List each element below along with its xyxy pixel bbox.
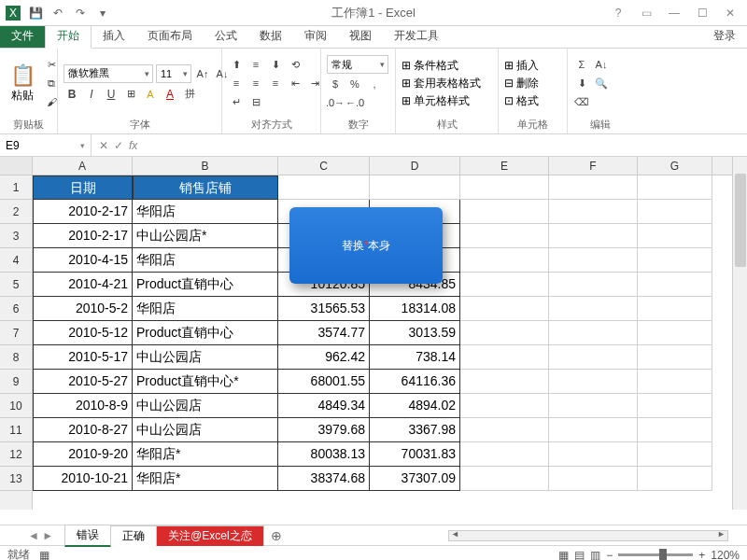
align-bottom-icon[interactable]: ⬇ xyxy=(267,56,284,73)
cell[interactable] xyxy=(638,248,712,273)
currency-icon[interactable]: $ xyxy=(327,76,344,92)
cell[interactable] xyxy=(549,224,638,248)
header-cell[interactable] xyxy=(278,175,370,200)
percent-icon[interactable]: % xyxy=(346,76,363,92)
comma-icon[interactable]: , xyxy=(366,76,383,92)
data-cell[interactable]: Product直销中心* xyxy=(133,370,278,394)
tab-home[interactable]: 开始 xyxy=(45,23,92,49)
format-cells-button[interactable]: ⊡格式 xyxy=(504,93,539,109)
status-rec-icon[interactable]: ▦ xyxy=(39,549,49,561)
cell[interactable] xyxy=(460,467,549,491)
cell[interactable] xyxy=(638,200,712,224)
row-header-13[interactable]: 13 xyxy=(0,467,32,491)
row-header-6[interactable]: 6 xyxy=(0,297,32,321)
minimize-icon[interactable]: — xyxy=(661,4,687,22)
font-color-button[interactable]: A xyxy=(162,86,178,103)
paste-button[interactable]: 📋粘贴 xyxy=(6,50,39,116)
insert-cells-button[interactable]: ⊞插入 xyxy=(504,58,539,74)
tab-dev[interactable]: 开发工具 xyxy=(383,24,450,48)
data-cell[interactable]: 38374.68 xyxy=(278,467,370,491)
data-cell[interactable]: 2010-5-2 xyxy=(33,297,133,321)
data-cell[interactable]: 2010-8-9 xyxy=(33,394,133,418)
table-format-button[interactable]: ⊞套用表格格式 xyxy=(402,76,481,91)
header-cell[interactable] xyxy=(370,175,460,200)
data-cell[interactable]: 2010-5-27 xyxy=(33,370,133,394)
align-right-icon[interactable]: ≡ xyxy=(267,75,284,91)
inc-decimal-icon[interactable]: .0→ xyxy=(327,94,344,111)
cell[interactable] xyxy=(460,200,549,224)
row-header-11[interactable]: 11 xyxy=(0,418,32,442)
cell[interactable] xyxy=(460,175,549,200)
cell[interactable] xyxy=(460,224,549,248)
orientation-icon[interactable]: ⟲ xyxy=(287,56,303,73)
tab-formula[interactable]: 公式 xyxy=(204,24,248,48)
new-sheet-button[interactable]: ⊕ xyxy=(263,528,289,543)
align-left-icon[interactable]: ≡ xyxy=(228,75,245,91)
indent-dec-icon[interactable]: ⇤ xyxy=(287,75,303,91)
data-cell[interactable]: 70031.83 xyxy=(370,442,460,467)
phonetic-icon[interactable]: 拼 xyxy=(181,86,198,103)
zoom-out-icon[interactable]: − xyxy=(606,549,613,561)
view-pagebreak-icon[interactable]: ▥ xyxy=(590,549,600,561)
cell[interactable] xyxy=(638,224,712,248)
cell[interactable] xyxy=(638,394,712,418)
data-cell[interactable]: 中山公园店* xyxy=(133,224,278,248)
sheet-tab-3[interactable]: 关注@Excel之恋 xyxy=(156,525,264,546)
qat-more-icon[interactable]: ▾ xyxy=(93,4,112,22)
cancel-formula-icon[interactable]: ✕ xyxy=(99,139,108,152)
data-cell[interactable]: 2010-9-20 xyxy=(33,442,133,467)
cell[interactable] xyxy=(638,418,712,442)
cell[interactable] xyxy=(460,370,549,394)
data-cell[interactable]: 31565.53 xyxy=(278,297,370,321)
cell[interactable] xyxy=(549,297,638,321)
header-cell[interactable]: 销售店铺 xyxy=(133,175,278,200)
cell[interactable] xyxy=(549,467,638,491)
font-size-select[interactable]: 11 xyxy=(156,64,191,83)
name-box[interactable]: E9 xyxy=(0,134,92,156)
data-cell[interactable]: 华阳店 xyxy=(133,248,278,273)
cell[interactable] xyxy=(549,442,638,467)
col-header-B[interactable]: B xyxy=(133,157,278,175)
fill-color-button[interactable]: A xyxy=(142,86,159,103)
cell[interactable] xyxy=(460,394,549,418)
cell[interactable] xyxy=(549,370,638,394)
tab-view[interactable]: 视图 xyxy=(338,24,383,48)
data-cell[interactable]: 18314.08 xyxy=(370,297,460,321)
data-cell[interactable]: 中山公园店 xyxy=(133,345,278,370)
italic-button[interactable]: I xyxy=(83,86,100,103)
fill-icon[interactable]: ⬇ xyxy=(573,75,590,91)
tab-review[interactable]: 审阅 xyxy=(293,24,338,48)
find-icon[interactable]: 🔍 xyxy=(593,75,610,91)
cell[interactable] xyxy=(460,297,549,321)
cell[interactable] xyxy=(549,248,638,273)
data-cell[interactable]: 37307.09 xyxy=(370,467,460,491)
zoom-value[interactable]: 120% xyxy=(711,549,740,561)
row-header-9[interactable]: 9 xyxy=(0,370,32,394)
font-name-select[interactable]: 微软雅黑 xyxy=(63,64,153,83)
cond-format-button[interactable]: ⊞条件格式 xyxy=(402,58,481,74)
tab-nav-arrows[interactable]: ◄ ► xyxy=(28,529,53,542)
row-header-4[interactable]: 4 xyxy=(0,248,32,273)
sheet-tab-1[interactable]: 错误 xyxy=(64,525,111,547)
data-cell[interactable]: 2010-4-15 xyxy=(33,248,133,273)
merge-icon[interactable]: ⊟ xyxy=(247,93,264,110)
align-top-icon[interactable]: ⬆ xyxy=(228,56,245,73)
clear-icon[interactable]: ⌫ xyxy=(573,93,590,110)
data-cell[interactable]: 738.14 xyxy=(370,345,460,370)
cell[interactable] xyxy=(549,175,638,200)
data-cell[interactable]: Product直销中心 xyxy=(133,273,278,297)
data-cell[interactable]: 华阳店* xyxy=(133,467,278,491)
cell[interactable] xyxy=(638,297,712,321)
row-header-2[interactable]: 2 xyxy=(0,200,32,224)
underline-button[interactable]: U xyxy=(103,86,120,103)
col-header-E[interactable]: E xyxy=(460,157,549,175)
redo-icon[interactable]: ↷ xyxy=(71,4,90,22)
row-header-8[interactable]: 8 xyxy=(0,345,32,370)
cell[interactable] xyxy=(549,321,638,345)
horizontal-scrollbar[interactable] xyxy=(289,530,747,541)
row-header-12[interactable]: 12 xyxy=(0,442,32,467)
col-header-F[interactable]: F xyxy=(549,157,638,175)
vertical-scrollbar[interactable] xyxy=(732,157,747,510)
data-cell[interactable]: 4894.02 xyxy=(370,394,460,418)
data-cell[interactable]: 80038.13 xyxy=(278,442,370,467)
